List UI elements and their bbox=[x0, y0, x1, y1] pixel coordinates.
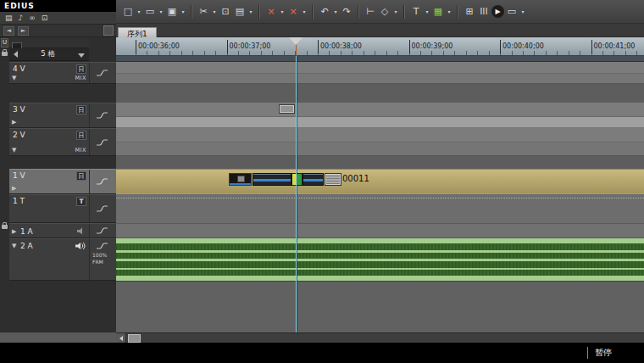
patch-icon bbox=[97, 69, 108, 77]
patch-icon bbox=[97, 226, 108, 235]
sync-icon[interactable]: ∞ bbox=[29, 13, 36, 23]
track-header-2v[interactable]: 2 V 日 ▼ MIX bbox=[9, 128, 116, 156]
patch-cell[interactable] bbox=[89, 129, 116, 155]
lane-1v-selected[interactable]: 00011 bbox=[116, 169, 644, 194]
screen-layout-icon[interactable]: ▦ bbox=[431, 4, 445, 19]
expand-icon[interactable]: ▼ bbox=[12, 75, 16, 81]
marker-bar[interactable] bbox=[116, 56, 644, 62]
play-icon[interactable]: ▶ bbox=[491, 5, 504, 18]
paste-icon[interactable]: ▤ bbox=[233, 4, 247, 19]
clip-1v-c[interactable] bbox=[303, 173, 324, 186]
track-mode-icon[interactable]: 日 bbox=[76, 131, 86, 140]
dropdown-arrow-icon[interactable]: ▾ bbox=[279, 8, 286, 14]
ripple-delete-icon[interactable]: × bbox=[264, 4, 278, 19]
dropdown-arrow-icon[interactable]: ▾ bbox=[247, 8, 254, 14]
track-mode-icon[interactable]: T bbox=[76, 197, 86, 206]
monitor-icon[interactable]: ▭ bbox=[505, 4, 519, 19]
track-mode-icon[interactable]: 日 bbox=[76, 105, 86, 114]
patch-icon bbox=[97, 138, 108, 147]
lane-3v[interactable] bbox=[116, 103, 644, 117]
lane-3v-sub[interactable] bbox=[116, 117, 644, 128]
lane-4v-mix[interactable] bbox=[116, 74, 644, 84]
dropdown-arrow-icon[interactable]: ▾ bbox=[332, 8, 339, 14]
patch-cell[interactable] bbox=[89, 170, 116, 193]
patch-cell[interactable] bbox=[89, 224, 116, 237]
track-header-2a[interactable]: ▼ 2 A 100% FRM bbox=[9, 238, 116, 281]
clip-3v-fragment[interactable] bbox=[280, 105, 294, 113]
scrollbar-thumb[interactable] bbox=[128, 334, 141, 343]
expand-icon[interactable]: ▼ bbox=[12, 243, 16, 249]
patch-cell[interactable]: 100% FRM bbox=[89, 239, 116, 280]
grid-view-icon[interactable]: ⊞ bbox=[463, 4, 476, 19]
timeline-empty-area[interactable] bbox=[116, 281, 644, 332]
track-header-1v[interactable]: 1 V 日 ▶ bbox=[9, 169, 116, 194]
lane-1t[interactable] bbox=[116, 194, 644, 223]
toolbar-separator bbox=[358, 5, 359, 19]
dropdown-arrow-icon[interactable]: ▾ bbox=[446, 8, 452, 14]
speaker-icon[interactable] bbox=[75, 242, 86, 250]
clip-1v-a[interactable] bbox=[229, 173, 252, 186]
dropdown-arrow-icon[interactable]: ▾ bbox=[136, 8, 142, 14]
delete-in-out-icon[interactable]: × bbox=[286, 4, 300, 19]
track-header-1a[interactable]: ▶ 1 A bbox=[9, 223, 116, 238]
expand-icon[interactable]: ▶ bbox=[12, 185, 16, 192]
expand-icon[interactable]: ▶ bbox=[12, 228, 16, 235]
undo-icon[interactable]: ↶ bbox=[318, 4, 331, 19]
clip-1v-thumbnail[interactable] bbox=[325, 174, 341, 185]
patch-cell[interactable] bbox=[89, 195, 116, 222]
device-icon[interactable]: ⊡ bbox=[42, 13, 48, 23]
lane-2a-waveform[interactable] bbox=[116, 238, 644, 281]
clip-1v-b[interactable] bbox=[253, 173, 291, 186]
trim-mode-icon[interactable]: ⊢ bbox=[364, 4, 377, 19]
track-3v-labels: 3 V 日 ▶ bbox=[9, 103, 89, 127]
dropdown-arrow-icon[interactable]: ▾ bbox=[392, 8, 399, 14]
lane-2v[interactable] bbox=[116, 128, 644, 142]
panel-corner-icon[interactable] bbox=[103, 25, 114, 36]
playhead-marker[interactable] bbox=[289, 37, 303, 45]
lane-4v[interactable] bbox=[116, 62, 644, 74]
dropdown-arrow-icon[interactable]: ▾ bbox=[180, 8, 186, 14]
audio-mixer-icon[interactable]: III bbox=[477, 4, 491, 19]
source-icon[interactable]: ▤ bbox=[5, 13, 13, 23]
dropdown-arrow-icon[interactable]: ▾ bbox=[158, 8, 164, 14]
save-project-icon[interactable]: ▣ bbox=[165, 4, 179, 19]
next-edit-point-icon[interactable]: ► bbox=[18, 26, 29, 36]
video-group-lock-icon[interactable] bbox=[2, 52, 8, 56]
dropdown-arrow-icon[interactable]: ▾ bbox=[301, 8, 308, 14]
speaker-muted-icon[interactable] bbox=[77, 227, 86, 235]
dropdown-arrow-icon[interactable]: ▾ bbox=[424, 8, 430, 14]
waveform-band bbox=[116, 243, 644, 250]
redo-icon[interactable]: ↷ bbox=[340, 4, 353, 19]
new-sequence-icon[interactable]: □ bbox=[121, 4, 135, 19]
track-mode-icon[interactable]: 日 bbox=[76, 171, 86, 181]
prev-edit-point-icon[interactable]: ◄ bbox=[3, 26, 14, 36]
unit-button[interactable]: U bbox=[1, 38, 8, 47]
preset-dropdown-icon[interactable] bbox=[78, 53, 85, 58]
expand-icon[interactable]: ▶ bbox=[12, 119, 16, 126]
dropdown-arrow-icon[interactable]: ▾ bbox=[519, 8, 526, 14]
expand-icon[interactable]: ▼ bbox=[12, 147, 16, 154]
horizontal-scrollbar[interactable] bbox=[116, 332, 644, 343]
patch-cell[interactable] bbox=[89, 103, 116, 127]
add-marker-icon[interactable]: ◇ bbox=[378, 4, 391, 19]
copy-icon[interactable]: ⊡ bbox=[219, 4, 232, 19]
track-header-4v[interactable]: 4 V 日 ▼ MIX bbox=[9, 62, 116, 84]
lane-2v-mix[interactable] bbox=[116, 142, 644, 156]
cut-icon[interactable]: ✂ bbox=[197, 4, 210, 19]
transition-marker[interactable] bbox=[291, 173, 303, 186]
pan-value: FRM bbox=[92, 259, 103, 265]
dropdown-arrow-icon[interactable]: ▾ bbox=[211, 8, 218, 14]
title-tool-icon[interactable]: T bbox=[409, 4, 423, 19]
toolbar-separator bbox=[312, 5, 314, 19]
track-header-3v[interactable]: 3 V 日 ▶ bbox=[9, 103, 116, 128]
track-mode-icon[interactable]: 日 bbox=[76, 64, 86, 74]
open-project-icon[interactable]: ▭ bbox=[143, 4, 157, 19]
timeline-ruler[interactable]: 00:00:36;0000:00:37;0000:00:38;0000:00:3… bbox=[116, 37, 644, 56]
ruler-timecode: 00:00:39;00 bbox=[409, 40, 453, 53]
lane-1a[interactable] bbox=[116, 223, 644, 238]
audio-group-lock-icon[interactable] bbox=[2, 225, 8, 229]
toolbar-separator bbox=[258, 5, 260, 19]
patch-cell[interactable] bbox=[89, 63, 116, 83]
audio-monitor-icon[interactable]: ♪ bbox=[19, 13, 24, 23]
track-header-1t[interactable]: 1 T T bbox=[9, 194, 116, 223]
